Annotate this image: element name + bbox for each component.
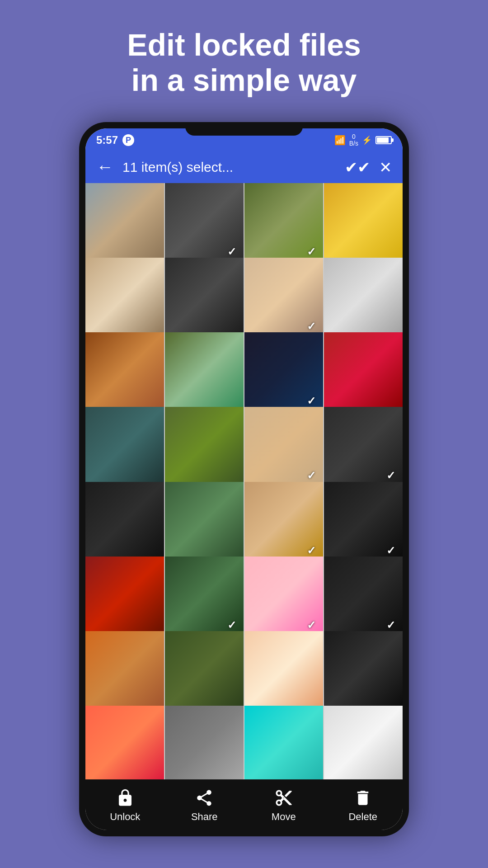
photo-cell-11[interactable]: ✓ xyxy=(244,332,323,411)
headline: Edit locked files in a simple way xyxy=(0,0,488,116)
photo-checkmark-11: ✓ xyxy=(307,395,320,408)
photo-cell-25[interactable] xyxy=(85,631,164,710)
scissors-icon xyxy=(274,788,293,807)
delete-label: Delete xyxy=(348,811,377,823)
photo-cell-27[interactable] xyxy=(244,631,323,710)
photo-cell-31[interactable] xyxy=(244,706,323,779)
battery-indicator xyxy=(375,136,392,144)
photo-cell-9[interactable] xyxy=(85,332,164,411)
photo-checkmark-23: ✓ xyxy=(307,619,320,632)
status-app-icon: P xyxy=(122,134,134,146)
photo-checkmark-15: ✓ xyxy=(307,469,320,483)
photo-cell-26[interactable] xyxy=(165,631,244,710)
share-button[interactable]: Share xyxy=(182,788,227,823)
toolbar-title: 11 item(s) select... xyxy=(122,160,336,175)
trash-icon xyxy=(353,788,372,807)
photo-cell-24[interactable]: ✓ xyxy=(324,557,403,635)
move-button[interactable]: Move xyxy=(261,788,306,823)
photo-checkmark-22: ✓ xyxy=(227,619,241,632)
photo-cell-19[interactable]: ✓ xyxy=(244,482,323,561)
photo-cell-22[interactable]: ✓ xyxy=(165,557,244,635)
delete-button[interactable]: Delete xyxy=(340,788,385,823)
lock-icon xyxy=(116,788,135,807)
back-button[interactable]: ← xyxy=(96,157,113,177)
photo-cell-18[interactable] xyxy=(165,482,244,561)
wifi-icon: 📶 xyxy=(334,135,346,146)
photo-cell-17[interactable] xyxy=(85,482,164,561)
headline-line2: in a simple way xyxy=(131,63,357,97)
photo-checkmark-16: ✓ xyxy=(386,469,400,483)
charging-icon: ⚡ xyxy=(362,135,372,145)
photo-checkmark-19: ✓ xyxy=(307,544,320,558)
photo-cell-2[interactable]: ✓ xyxy=(165,183,244,262)
photo-cell-13[interactable] xyxy=(85,407,164,486)
photo-cell-10[interactable] xyxy=(165,332,244,411)
photo-checkmark-24: ✓ xyxy=(386,619,400,632)
phone-screen: 5:57 P 📶 0B/s ⚡ ← 11 item(s) select... ✔… xyxy=(85,128,403,830)
status-left: 5:57 P xyxy=(96,134,134,146)
photo-cell-23[interactable]: ✓ xyxy=(244,557,323,635)
data-info: 0B/s xyxy=(349,133,358,147)
photo-cell-32[interactable] xyxy=(324,706,403,779)
headline-line1: Edit locked files xyxy=(127,28,361,62)
unlock-button[interactable]: Unlock xyxy=(103,788,148,823)
photo-checkmark-7: ✓ xyxy=(307,320,320,334)
photo-checkmark-3: ✓ xyxy=(307,245,320,259)
photo-cell-3[interactable]: ✓ xyxy=(244,183,323,262)
photo-cell-4[interactable] xyxy=(324,183,403,262)
unlock-label: Unlock xyxy=(110,811,140,823)
toolbar: ← 11 item(s) select... ✔✔ ✕ xyxy=(85,151,403,183)
battery-fill xyxy=(377,137,389,143)
phone-notch xyxy=(185,122,303,136)
photo-cell-29[interactable] xyxy=(85,706,164,779)
photo-cell-30[interactable] xyxy=(165,706,244,779)
phone-frame: 5:57 P 📶 0B/s ⚡ ← 11 item(s) select... ✔… xyxy=(79,122,409,836)
photo-checkmark-20: ✓ xyxy=(386,544,400,558)
move-label: Move xyxy=(272,811,296,823)
photo-cell-14[interactable] xyxy=(165,407,244,486)
share-label: Share xyxy=(191,811,218,823)
bottom-bar: Unlock Share Move Delete xyxy=(85,779,403,830)
photo-grid: ✓✓✓✓✓✓✓✓✓✓✓ xyxy=(85,183,403,779)
photo-cell-1[interactable] xyxy=(85,183,164,262)
select-all-button[interactable]: ✔✔ xyxy=(345,158,370,176)
photo-cell-8[interactable] xyxy=(324,258,403,336)
share-icon xyxy=(195,788,214,807)
photo-cell-21[interactable] xyxy=(85,557,164,635)
photo-cell-12[interactable] xyxy=(324,332,403,411)
photo-cell-15[interactable]: ✓ xyxy=(244,407,323,486)
status-right: 📶 0B/s ⚡ xyxy=(334,133,392,147)
photo-cell-28[interactable] xyxy=(324,631,403,710)
close-button[interactable]: ✕ xyxy=(379,158,392,176)
photo-cell-16[interactable]: ✓ xyxy=(324,407,403,486)
status-time: 5:57 xyxy=(96,134,118,146)
photo-checkmark-2: ✓ xyxy=(227,245,241,259)
photo-cell-20[interactable]: ✓ xyxy=(324,482,403,561)
photo-cell-7[interactable]: ✓ xyxy=(244,258,323,336)
photo-cell-5[interactable] xyxy=(85,258,164,336)
photo-cell-6[interactable] xyxy=(165,258,244,336)
